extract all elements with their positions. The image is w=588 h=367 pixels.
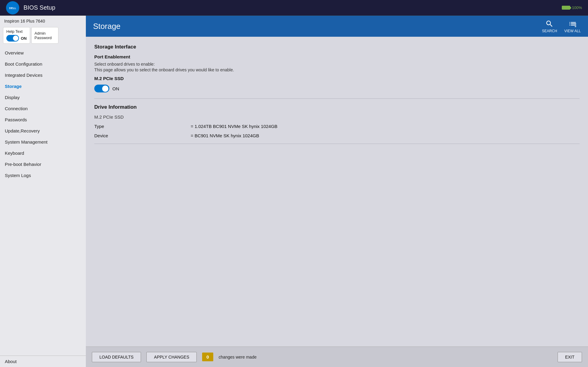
topbar: DELL BIOS Setup 100% xyxy=(0,0,588,16)
device-label: Inspiron 16 Plus 7640 xyxy=(0,16,86,25)
sidebar: Inspiron 16 Plus 7640 Help Text ON Admin… xyxy=(0,16,86,367)
content-header: Storage SEARCH VIEW ALL xyxy=(86,16,588,37)
drive-name: M.2 PCIe SSD xyxy=(94,114,580,120)
admin-password-label: AdminPassword xyxy=(35,31,52,40)
help-text-section: Help Text ON AdminPassword xyxy=(0,25,86,45)
sidebar-item-pre-boot-behavior[interactable]: Pre-boot Behavior xyxy=(0,159,86,170)
help-text-box[interactable]: Help Text ON xyxy=(3,27,30,44)
battery-area: 100% xyxy=(562,5,582,10)
port-enablement-title: Port Enablement xyxy=(94,54,580,59)
svg-rect-4 xyxy=(575,26,576,27)
type-value: = 1.024TB BC901 NVMe SK hynix 1024GB xyxy=(191,124,277,129)
apply-changes-button[interactable]: APPLY CHANGES xyxy=(146,352,197,362)
help-text-label: Help Text xyxy=(6,29,23,34)
device-row: Device = BC901 NVMe SK hynix 1024GB xyxy=(94,133,580,138)
m2-pcie-toggle[interactable] xyxy=(94,85,109,92)
sidebar-item-passwords[interactable]: Passwords xyxy=(0,114,86,125)
search-button[interactable]: SEARCH xyxy=(542,20,557,33)
header-actions: SEARCH VIEW ALL xyxy=(542,20,581,33)
sidebar-item-storage[interactable]: Storage xyxy=(0,81,86,92)
svg-rect-2 xyxy=(575,23,576,24)
view-all-label: VIEW ALL xyxy=(564,29,581,33)
battery-bar xyxy=(562,6,570,10)
changes-count-badge: 0 xyxy=(202,353,213,361)
changes-text: changes were made xyxy=(219,355,257,359)
battery-icon xyxy=(562,6,570,10)
sidebar-item-connection[interactable]: Connection xyxy=(0,103,86,114)
device-value: = BC901 NVMe SK hynix 1024GB xyxy=(191,133,259,138)
sidebar-item-about[interactable]: About xyxy=(0,356,86,367)
drive-information-title: Drive Information xyxy=(94,104,580,110)
nav-list: Overview Boot Configuration Integrated D… xyxy=(0,45,86,356)
svg-rect-3 xyxy=(575,25,576,25)
sidebar-item-integrated-devices[interactable]: Integrated Devices xyxy=(0,70,86,81)
sidebar-item-system-management[interactable]: System Management xyxy=(0,136,86,148)
load-defaults-button[interactable]: LOAD DEFAULTS xyxy=(92,352,141,362)
m2-toggle-row: ON xyxy=(94,85,580,92)
sidebar-item-keyboard[interactable]: Keyboard xyxy=(0,148,86,159)
bottom-bar: LOAD DEFAULTS APPLY CHANGES 0 changes we… xyxy=(86,347,588,367)
exit-button[interactable]: EXIT xyxy=(558,352,582,362)
storage-interface-title: Storage Interface xyxy=(94,44,580,50)
dell-logo: DELL xyxy=(6,1,19,14)
type-row: Type = 1.024TB BC901 NVMe SK hynix 1024G… xyxy=(94,124,580,129)
sidebar-item-update-recovery[interactable]: Update,Recovery xyxy=(0,125,86,136)
main-layout: Inspiron 16 Plus 7640 Help Text ON Admin… xyxy=(0,16,588,367)
battery-percent: 100% xyxy=(572,5,582,10)
help-text-toggle-row: ON xyxy=(6,35,27,42)
port-desc-2: This page allows you to select the onboa… xyxy=(94,67,580,72)
m2-pcie-label: M.2 PCIe SSD xyxy=(94,76,580,81)
m2-pcie-section: M.2 PCIe SSD ON xyxy=(94,76,580,92)
content-title: Storage xyxy=(93,22,120,31)
content-area: Storage SEARCH VIEW ALL xyxy=(86,16,588,367)
search-label: SEARCH xyxy=(542,29,557,33)
section-divider-1 xyxy=(94,98,580,99)
device-key: Device xyxy=(94,133,191,138)
help-text-toggle[interactable] xyxy=(6,35,19,42)
sidebar-item-boot-configuration[interactable]: Boot Configuration xyxy=(0,58,86,70)
help-text-state: ON xyxy=(21,36,27,41)
sidebar-item-display[interactable]: Display xyxy=(0,92,86,103)
view-all-button[interactable]: VIEW ALL xyxy=(564,20,581,33)
svg-text:DELL: DELL xyxy=(9,7,16,10)
bios-title: BIOS Setup xyxy=(23,4,55,11)
admin-password-box[interactable]: AdminPassword xyxy=(31,27,58,44)
port-desc-1: Select onboard drives to enable: xyxy=(94,62,580,67)
sidebar-item-system-logs[interactable]: System Logs xyxy=(0,170,86,181)
sidebar-item-overview[interactable]: Overview xyxy=(0,47,86,58)
type-key: Type xyxy=(94,124,191,129)
m2-toggle-state: ON xyxy=(112,86,119,91)
content-scroll: Storage Interface Port Enablement Select… xyxy=(86,37,588,347)
section-divider-2 xyxy=(94,144,580,144)
